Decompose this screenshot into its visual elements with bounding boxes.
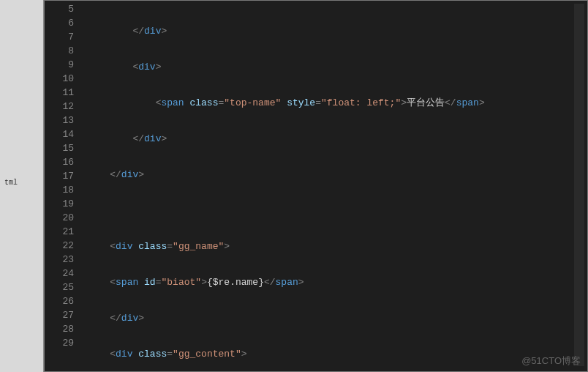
file-explorer-sidebar: tml nl l (0, 0, 44, 372)
sidebar-file-item[interactable]: tml (0, 176, 43, 190)
code-area[interactable]: </div> <div> <span class="top-name" styl… (87, 1, 587, 371)
minimap[interactable] (574, 4, 584, 366)
watermark: @51CTO博客 (521, 354, 581, 368)
line-gutter: 56789 1011121314 1516171819 2021222324 2… (45, 1, 87, 371)
code-editor[interactable]: 56789 1011121314 1516171819 2021222324 2… (44, 0, 588, 372)
